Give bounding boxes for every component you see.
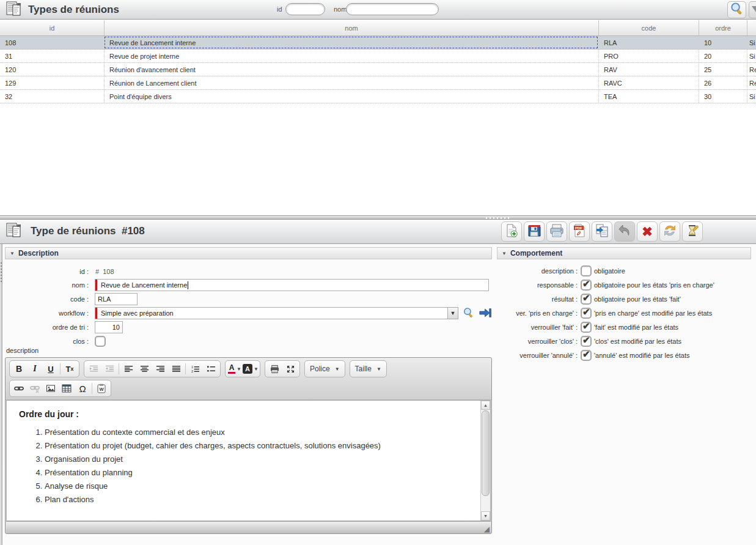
- history-button[interactable]: [682, 221, 703, 242]
- filter-nom-label: nom: [334, 6, 347, 13]
- align-right-button[interactable]: [152, 361, 168, 376]
- description-richtext-editor: B I U Tx: [5, 357, 492, 534]
- duplicate-icon: [595, 223, 609, 240]
- required-marker: [95, 308, 97, 319]
- filter-nom-input[interactable]: [346, 3, 439, 15]
- new-record-button[interactable]: [501, 221, 522, 242]
- italic-button[interactable]: I: [27, 361, 43, 376]
- workflow-label: workflow :: [5, 310, 92, 317]
- cell-ordre: 26: [699, 76, 747, 89]
- view-group: [265, 360, 300, 377]
- column-header-nom[interactable]: nom: [104, 20, 598, 35]
- save-button[interactable]: [524, 221, 545, 242]
- font-size-label: Taille: [355, 365, 372, 373]
- unlink-button[interactable]: [27, 381, 43, 396]
- agenda-heading: Ordre du jour :: [19, 409, 474, 419]
- behavior-row-verrouiller-annule: verrouiller 'annulé' : ✔ 'annulé' est mo…: [492, 349, 755, 361]
- image-button[interactable]: [43, 381, 59, 396]
- font-size-select[interactable]: Taille ▼: [350, 360, 387, 377]
- filter-funnel-icon: [752, 6, 756, 12]
- agenda-item: Présentation du planning: [45, 468, 474, 477]
- behavior-checkbox[interactable]: ✔: [581, 294, 592, 305]
- workflow-combobox[interactable]: Simple avec préparation: [95, 307, 448, 319]
- behavior-checkbox[interactable]: ✔: [581, 280, 592, 291]
- behavior-checkbox[interactable]: ✔: [581, 308, 592, 319]
- bg-color-button[interactable]: A ▼: [243, 361, 259, 376]
- behavior-checkbox[interactable]: [581, 265, 592, 276]
- scroll-up-icon[interactable]: ▲: [481, 401, 490, 410]
- clos-checkbox[interactable]: [95, 336, 106, 347]
- paste-from-word-button[interactable]: W: [94, 381, 109, 396]
- bold-button[interactable]: B: [11, 361, 27, 376]
- workflow-dropdown-button[interactable]: ▼: [447, 307, 458, 319]
- ordered-list-button[interactable]: 12: [187, 361, 203, 376]
- collapse-arrow-icon: ▼: [10, 251, 15, 256]
- table-button[interactable]: [59, 381, 75, 396]
- scrollbar-thumb[interactable]: [482, 410, 490, 496]
- svg-text:W: W: [99, 387, 104, 392]
- chevron-down-icon: ▼: [254, 366, 259, 372]
- extra-tool-button[interactable]: [749, 1, 756, 18]
- undo-button[interactable]: [614, 221, 635, 242]
- align-justify-button[interactable]: [168, 361, 184, 376]
- print-button[interactable]: [546, 221, 567, 242]
- section-comportement-header[interactable]: ▼ Comportement: [497, 247, 751, 259]
- maximize-button[interactable]: [282, 361, 298, 376]
- print-preview-button[interactable]: [266, 361, 282, 376]
- section-title: Comportement: [510, 249, 562, 258]
- workflow-goto-button[interactable]: [479, 306, 491, 321]
- table-row[interactable]: 31 Revue de projet interne PRO 20 Si: [0, 50, 756, 63]
- indent-button[interactable]: [86, 361, 101, 376]
- behavior-checkbox[interactable]: ✔: [581, 336, 592, 347]
- behavior-text: obligatoire pour les états 'fait': [594, 295, 681, 303]
- editor-scrollbar[interactable]: ▲ ▼: [480, 401, 490, 521]
- delete-button[interactable]: ✖: [637, 221, 658, 242]
- align-left-button[interactable]: [120, 361, 136, 376]
- detail-title: Type de réunions #108: [31, 225, 145, 237]
- font-family-select[interactable]: Police ▼: [304, 360, 345, 377]
- align-center-button[interactable]: [136, 361, 152, 376]
- chevron-down-icon: ▼: [450, 310, 456, 316]
- tri-field[interactable]: 10: [95, 321, 123, 333]
- vertical-splitter[interactable]: [0, 220, 2, 545]
- nom-field[interactable]: Revue de Lancement interne: [95, 279, 489, 291]
- table-row[interactable]: 120 Réunion d'avancement client RAV 25 R…: [0, 63, 756, 76]
- workflow-lookup-button[interactable]: [463, 307, 474, 320]
- column-header-ordre[interactable]: ordre: [699, 20, 747, 35]
- column-header-id[interactable]: id: [0, 20, 104, 35]
- table-row[interactable]: 108 Revue de Lancement interne RLA 10 Si: [0, 36, 756, 50]
- column-header-workflow[interactable]: [747, 20, 756, 35]
- export-pdf-button[interactable]: PDF: [569, 221, 590, 242]
- scroll-down-icon[interactable]: ▼: [481, 511, 490, 521]
- remove-format-button[interactable]: Tx: [62, 361, 78, 376]
- cell-nom: Point d'équipe divers: [104, 90, 598, 103]
- editor-content-area[interactable]: Ordre du jour : Présentation du contexte…: [6, 400, 491, 521]
- bg-color-icon: A: [243, 364, 252, 374]
- behavior-checkbox[interactable]: ✔: [581, 350, 592, 361]
- special-char-button[interactable]: Ω: [75, 381, 90, 396]
- search-button[interactable]: [727, 1, 746, 18]
- table-header-row: id nom code ordre: [0, 20, 756, 36]
- editor-document[interactable]: Ordre du jour : Présentation du contexte…: [7, 401, 480, 521]
- refresh-button[interactable]: [659, 221, 680, 242]
- code-field[interactable]: RLA: [95, 293, 138, 305]
- behavior-checkbox[interactable]: ✔: [581, 322, 592, 333]
- table-row[interactable]: 129 Réunion de Lancement client RAVC 26 …: [0, 76, 756, 90]
- behavior-label: verrouiller 'fait' :: [492, 324, 581, 331]
- duplicate-button[interactable]: [592, 221, 612, 242]
- section-description-header[interactable]: ▼ Description: [5, 247, 492, 259]
- bullet-list-button[interactable]: [203, 361, 219, 376]
- text-caret: [188, 281, 188, 289]
- chevron-down-icon: ▼: [237, 366, 241, 372]
- text-color-button[interactable]: A ▼: [227, 361, 243, 376]
- resize-grip-icon[interactable]: ◢: [484, 525, 490, 533]
- link-button[interactable]: [11, 381, 27, 396]
- horizontal-splitter[interactable]: [0, 215, 756, 220]
- filter-id-input[interactable]: [285, 3, 325, 15]
- list-title: Types de réunions: [28, 4, 119, 16]
- outdent-button[interactable]: [101, 361, 117, 376]
- table-row[interactable]: 32 Point d'équipe divers TEA 30 Si: [0, 90, 756, 103]
- column-header-code[interactable]: code: [598, 20, 699, 35]
- underline-button[interactable]: U: [43, 361, 59, 376]
- svg-text:PDF: PDF: [575, 226, 582, 229]
